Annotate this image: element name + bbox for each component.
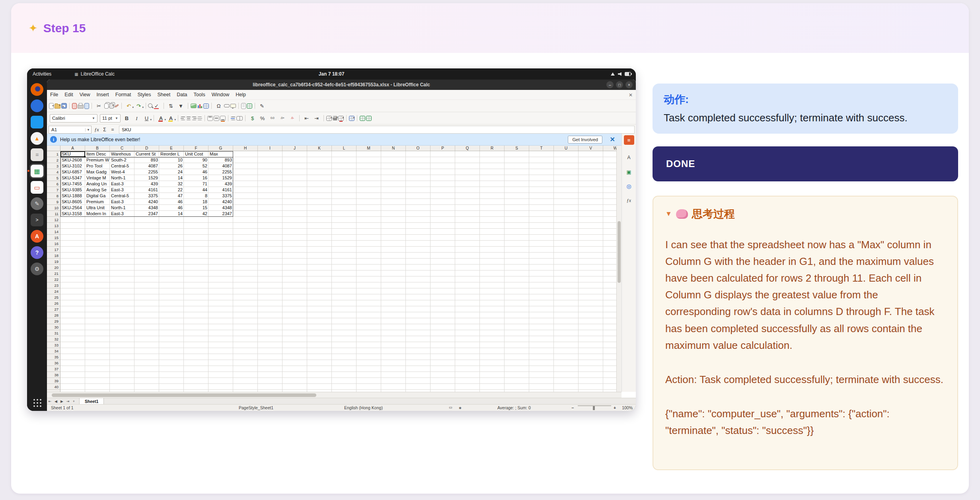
column-header[interactable]: H — [233, 146, 258, 151]
menu-item[interactable]: File — [47, 92, 61, 97]
cell-unit-cost[interactable]: 16 — [184, 175, 208, 181]
align-left-icon[interactable] — [181, 117, 185, 120]
print-preview-icon[interactable] — [84, 103, 89, 109]
align-center-icon[interactable] — [186, 117, 191, 120]
sheet-tab[interactable]: Sheet1 — [79, 398, 104, 405]
row-header[interactable]: 37 — [47, 366, 60, 372]
wrap-text-icon[interactable] — [231, 117, 236, 120]
libreoffice-calc-icon[interactable]: ▦ — [29, 163, 45, 179]
cell-reorder-level[interactable]: 24 — [159, 169, 184, 175]
row-header[interactable]: 13 — [47, 223, 60, 229]
row-header[interactable]: 7 — [47, 187, 60, 193]
cell-item-description[interactable]: Analog Se — [85, 187, 110, 193]
cell-reorder-level[interactable]: 14 — [159, 175, 184, 181]
cell-unit-cost[interactable]: 42 — [184, 211, 208, 217]
select-all-corner[interactable] — [47, 146, 60, 151]
header-cell[interactable]: Unit Cost — [184, 151, 208, 157]
row-header[interactable]: 15 — [47, 235, 60, 241]
cell-reorder-level[interactable]: 22 — [159, 187, 184, 193]
column-header[interactable]: U — [554, 146, 579, 151]
undo-icon[interactable]: ↶ — [124, 101, 133, 110]
cell-current-stock[interactable]: 4240 — [134, 199, 159, 205]
cell-warehouse[interactable]: West-4 — [110, 169, 134, 175]
column-header[interactable]: L — [332, 146, 357, 151]
cell-item-description[interactable]: Premium — [85, 199, 110, 205]
freeze-panes-icon[interactable] — [247, 103, 252, 109]
redo-icon[interactable]: ↷ — [134, 101, 143, 110]
selection-mode-icon[interactable]: ▭ — [449, 405, 452, 409]
zoom-slider-thumb[interactable] — [593, 406, 595, 410]
row-header[interactable]: 38 — [47, 372, 60, 378]
insert-chart-icon[interactable] — [197, 103, 203, 108]
row-header[interactable]: 6 — [47, 181, 60, 187]
menu-item[interactable]: Data — [173, 92, 190, 97]
cell-item-description[interactable]: Premium W — [85, 157, 110, 163]
sheet-nav-icon[interactable]: ◀ — [53, 399, 59, 403]
font-color-icon[interactable]: A — [156, 114, 166, 123]
sort-icon[interactable]: ⇅ — [166, 101, 175, 110]
cell-unit-cost[interactable]: 8 — [184, 193, 208, 199]
column-header[interactable]: J — [283, 146, 307, 151]
align-top-icon[interactable] — [207, 116, 213, 121]
close-document-icon[interactable]: ✕ — [629, 92, 633, 98]
draw-functions-icon[interactable]: ✎ — [257, 101, 267, 110]
cell-reorder-level[interactable]: 46 — [159, 205, 184, 211]
cell-max[interactable]: 4348 — [208, 205, 233, 211]
cells-area[interactable]: SKU Item Desc Warehous Current St Reorde… — [60, 151, 616, 392]
row-header[interactable]: 34 — [47, 348, 60, 354]
row-header[interactable]: 23 — [47, 282, 60, 288]
row-header[interactable]: 21 — [47, 270, 60, 276]
horizontal-scrollbar-thumb[interactable] — [52, 393, 316, 397]
cell-unit-cost[interactable]: 15 — [184, 205, 208, 211]
cell-current-stock[interactable]: 2255 — [134, 169, 159, 175]
column-header[interactable]: K — [307, 146, 332, 151]
sheet-nav-icon[interactable]: ⇥ — [65, 399, 71, 403]
column-header[interactable]: D — [134, 146, 159, 151]
cell-unit-cost[interactable]: 71 — [184, 181, 208, 187]
borders-icon[interactable] — [326, 116, 332, 121]
cell-max[interactable]: 4087 — [208, 163, 233, 169]
cell-current-stock[interactable]: 4161 — [134, 187, 159, 193]
border-color-icon[interactable] — [338, 116, 344, 121]
row-header[interactable]: 33 — [47, 342, 60, 348]
cell-item-description[interactable]: Analog Un — [85, 181, 110, 187]
insert-columns-icon[interactable] — [366, 116, 372, 121]
cell-warehouse[interactable]: East-3 — [110, 181, 134, 187]
row-header[interactable]: 20 — [47, 265, 60, 270]
cell-item-description[interactable]: Pro Tool — [85, 163, 110, 169]
spelling-icon[interactable]: ✓ — [152, 101, 161, 110]
row-header[interactable]: 28 — [47, 312, 60, 318]
cell-warehouse[interactable]: Central-5 — [110, 193, 134, 199]
cell-warehouse[interactable]: South-2 — [110, 157, 134, 163]
formula-input[interactable]: SKU — [119, 126, 635, 134]
menu-item[interactable]: Sheet — [154, 92, 173, 97]
zoom-in-button[interactable]: + — [614, 405, 616, 410]
column-header[interactable]: C — [110, 146, 134, 151]
merge-cells-icon[interactable] — [236, 116, 243, 121]
cell-reorder-level[interactable]: 32 — [159, 181, 184, 187]
terminal-icon[interactable]: > — [29, 212, 45, 228]
row-header[interactable]: 27 — [47, 306, 60, 312]
column-header[interactable]: P — [431, 146, 455, 151]
cell-warehouse[interactable]: East-3 — [110, 211, 134, 217]
font-name-select[interactable]: Calibri▼ — [50, 114, 97, 123]
help-icon[interactable]: ? — [29, 245, 45, 260]
row-header[interactable]: 29 — [47, 318, 60, 324]
save-icon[interactable] — [61, 103, 67, 109]
cell-max[interactable]: 1529 — [208, 175, 233, 181]
row-header[interactable]: 16 — [47, 241, 60, 247]
firefox-icon[interactable] — [29, 82, 45, 97]
pivot-table-icon[interactable] — [203, 103, 209, 109]
close-button[interactable]: × — [625, 81, 633, 88]
column-header[interactable]: S — [505, 146, 529, 151]
cell-unit-cost[interactable]: 44 — [184, 187, 208, 193]
cell-sku[interactable]: SKU-5347 — [60, 175, 85, 181]
column-header[interactable]: A — [60, 146, 85, 151]
center-vertically-icon[interactable] — [214, 116, 219, 121]
column-header[interactable]: R — [480, 146, 505, 151]
software-center-icon[interactable]: A — [29, 229, 45, 244]
menu-item[interactable]: Tools — [191, 92, 208, 97]
maximize-button[interactable]: □ — [616, 81, 623, 88]
row-header[interactable]: 11 — [47, 211, 60, 217]
decrease-indent-icon[interactable]: ⇤ — [302, 114, 311, 123]
